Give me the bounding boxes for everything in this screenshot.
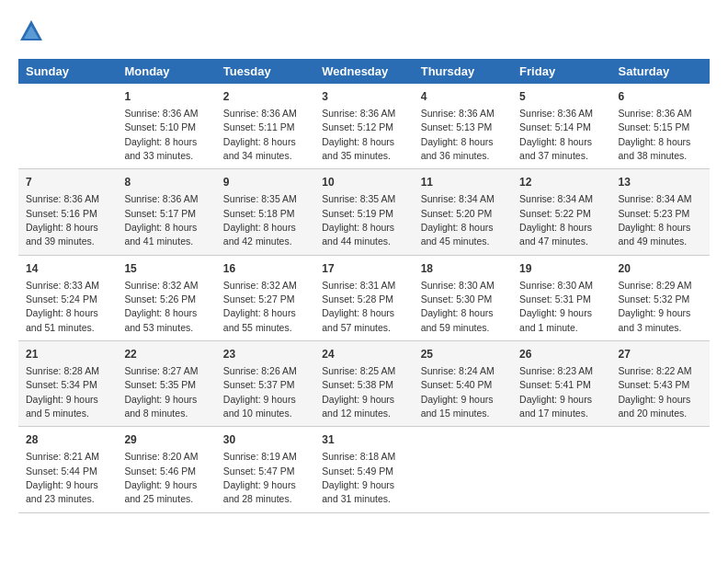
day-number: 8	[124, 175, 208, 190]
day-cell: 23Sunrise: 8:26 AMSunset: 5:37 PMDayligh…	[216, 341, 314, 427]
day-header-tuesday: Tuesday	[216, 59, 314, 84]
day-number: 3	[322, 89, 405, 105]
day-number: 19	[519, 261, 603, 277]
day-cell: 5Sunrise: 8:36 AMSunset: 5:14 PMDaylight…	[512, 84, 610, 169]
day-info: Sunrise: 8:36 AMSunset: 5:15 PMDaylight:…	[619, 108, 692, 161]
week-row-4: 21Sunrise: 8:28 AMSunset: 5:34 PMDayligh…	[18, 341, 710, 427]
day-cell: 13Sunrise: 8:34 AMSunset: 5:23 PMDayligh…	[611, 169, 710, 255]
day-cell: 19Sunrise: 8:30 AMSunset: 5:31 PMDayligh…	[512, 255, 610, 340]
day-cell: 17Sunrise: 8:31 AMSunset: 5:28 PMDayligh…	[314, 255, 413, 340]
day-info: Sunrise: 8:32 AMSunset: 5:26 PMDaylight:…	[124, 280, 198, 333]
day-number: 20	[619, 261, 702, 277]
day-cell: 9Sunrise: 8:35 AMSunset: 5:18 PMDaylight…	[216, 169, 314, 255]
day-info: Sunrise: 8:36 AMSunset: 5:14 PMDaylight:…	[519, 108, 593, 161]
day-info: Sunrise: 8:35 AMSunset: 5:19 PMDaylight:…	[322, 193, 395, 247]
day-cell	[414, 427, 512, 512]
day-number: 27	[619, 347, 702, 362]
day-info: Sunrise: 8:36 AMSunset: 5:10 PMDaylight:…	[124, 108, 198, 161]
day-info: Sunrise: 8:36 AMSunset: 5:12 PMDaylight:…	[322, 108, 395, 161]
calendar-header-row: SundayMondayTuesdayWednesdayThursdayFrid…	[18, 59, 710, 84]
day-info: Sunrise: 8:34 AMSunset: 5:20 PMDaylight:…	[421, 193, 495, 247]
day-cell: 8Sunrise: 8:36 AMSunset: 5:17 PMDaylight…	[117, 169, 215, 255]
day-cell: 12Sunrise: 8:34 AMSunset: 5:22 PMDayligh…	[512, 169, 610, 255]
day-cell: 24Sunrise: 8:25 AMSunset: 5:38 PMDayligh…	[314, 341, 413, 427]
day-cell: 31Sunrise: 8:18 AMSunset: 5:49 PMDayligh…	[314, 427, 413, 512]
day-cell: 14Sunrise: 8:33 AMSunset: 5:24 PMDayligh…	[18, 255, 117, 340]
day-info: Sunrise: 8:27 AMSunset: 5:35 PMDaylight:…	[124, 365, 198, 419]
day-info: Sunrise: 8:29 AMSunset: 5:32 PMDaylight:…	[619, 280, 692, 333]
day-cell	[512, 427, 610, 512]
day-header-friday: Friday	[512, 59, 610, 84]
day-info: Sunrise: 8:24 AMSunset: 5:40 PMDaylight:…	[421, 365, 495, 419]
day-info: Sunrise: 8:31 AMSunset: 5:28 PMDaylight:…	[322, 280, 395, 333]
day-number: 15	[124, 261, 208, 277]
day-number: 29	[124, 432, 208, 448]
day-number: 21	[26, 347, 109, 362]
day-number: 7	[26, 175, 109, 190]
logo-icon	[18, 18, 44, 44]
day-info: Sunrise: 8:34 AMSunset: 5:23 PMDaylight:…	[619, 193, 692, 247]
day-number: 14	[26, 261, 109, 277]
day-info: Sunrise: 8:35 AMSunset: 5:18 PMDaylight:…	[223, 193, 297, 247]
day-cell: 29Sunrise: 8:20 AMSunset: 5:46 PMDayligh…	[117, 427, 215, 512]
day-cell: 11Sunrise: 8:34 AMSunset: 5:20 PMDayligh…	[414, 169, 512, 255]
day-header-wednesday: Wednesday	[314, 59, 413, 84]
day-number: 10	[322, 175, 405, 190]
day-cell: 1Sunrise: 8:36 AMSunset: 5:10 PMDaylight…	[117, 84, 215, 169]
day-number: 16	[223, 261, 307, 277]
day-number: 18	[421, 261, 505, 277]
day-info: Sunrise: 8:36 AMSunset: 5:17 PMDaylight:…	[124, 193, 198, 247]
day-number: 24	[322, 347, 405, 362]
day-cell: 21Sunrise: 8:28 AMSunset: 5:34 PMDayligh…	[18, 341, 117, 427]
day-cell: 30Sunrise: 8:19 AMSunset: 5:47 PMDayligh…	[216, 427, 314, 512]
day-cell: 27Sunrise: 8:22 AMSunset: 5:43 PMDayligh…	[611, 341, 710, 427]
day-number: 9	[223, 175, 307, 190]
day-cell: 20Sunrise: 8:29 AMSunset: 5:32 PMDayligh…	[611, 255, 710, 340]
day-cell: 28Sunrise: 8:21 AMSunset: 5:44 PMDayligh…	[18, 427, 117, 512]
day-cell: 6Sunrise: 8:36 AMSunset: 5:15 PMDaylight…	[611, 84, 710, 169]
day-number: 5	[519, 89, 603, 105]
day-number: 2	[223, 89, 307, 105]
day-info: Sunrise: 8:23 AMSunset: 5:41 PMDaylight:…	[519, 365, 593, 419]
day-header-saturday: Saturday	[611, 59, 710, 84]
day-cell: 15Sunrise: 8:32 AMSunset: 5:26 PMDayligh…	[117, 255, 215, 340]
day-number: 28	[26, 432, 109, 448]
day-cell: 4Sunrise: 8:36 AMSunset: 5:13 PMDaylight…	[414, 84, 512, 169]
day-number: 6	[619, 89, 702, 105]
day-info: Sunrise: 8:32 AMSunset: 5:27 PMDaylight:…	[223, 280, 297, 333]
day-info: Sunrise: 8:33 AMSunset: 5:24 PMDaylight:…	[26, 280, 99, 333]
calendar-table: SundayMondayTuesdayWednesdayThursdayFrid…	[18, 59, 710, 513]
day-number: 12	[519, 175, 603, 190]
day-cell: 16Sunrise: 8:32 AMSunset: 5:27 PMDayligh…	[216, 255, 314, 340]
day-number: 11	[421, 175, 505, 190]
day-info: Sunrise: 8:36 AMSunset: 5:16 PMDaylight:…	[26, 193, 99, 247]
day-info: Sunrise: 8:21 AMSunset: 5:44 PMDaylight:…	[26, 451, 99, 504]
day-number: 26	[519, 347, 603, 362]
day-cell: 3Sunrise: 8:36 AMSunset: 5:12 PMDaylight…	[314, 84, 413, 169]
day-cell: 25Sunrise: 8:24 AMSunset: 5:40 PMDayligh…	[414, 341, 512, 427]
day-number: 13	[619, 175, 702, 190]
day-cell: 10Sunrise: 8:35 AMSunset: 5:19 PMDayligh…	[314, 169, 413, 255]
day-cell: 26Sunrise: 8:23 AMSunset: 5:41 PMDayligh…	[512, 341, 610, 427]
week-row-3: 14Sunrise: 8:33 AMSunset: 5:24 PMDayligh…	[18, 255, 710, 340]
day-cell: 7Sunrise: 8:36 AMSunset: 5:16 PMDaylight…	[18, 169, 117, 255]
day-header-sunday: Sunday	[18, 59, 117, 84]
day-cell	[18, 84, 117, 169]
day-number: 1	[124, 89, 208, 105]
week-row-1: 1Sunrise: 8:36 AMSunset: 5:10 PMDaylight…	[18, 84, 710, 169]
day-number: 31	[322, 432, 405, 448]
day-number: 22	[124, 347, 208, 362]
day-number: 30	[223, 432, 307, 448]
day-info: Sunrise: 8:25 AMSunset: 5:38 PMDaylight:…	[322, 365, 395, 419]
day-info: Sunrise: 8:26 AMSunset: 5:37 PMDaylight:…	[223, 365, 297, 419]
day-header-monday: Monday	[117, 59, 215, 84]
day-number: 17	[322, 261, 405, 277]
page-header	[18, 18, 710, 44]
day-number: 4	[421, 89, 505, 105]
day-cell: 18Sunrise: 8:30 AMSunset: 5:30 PMDayligh…	[414, 255, 512, 340]
week-row-5: 28Sunrise: 8:21 AMSunset: 5:44 PMDayligh…	[18, 427, 710, 512]
day-info: Sunrise: 8:28 AMSunset: 5:34 PMDaylight:…	[26, 365, 99, 419]
day-number: 23	[223, 347, 307, 362]
day-info: Sunrise: 8:36 AMSunset: 5:11 PMDaylight:…	[223, 108, 297, 161]
day-info: Sunrise: 8:19 AMSunset: 5:47 PMDaylight:…	[223, 451, 297, 504]
